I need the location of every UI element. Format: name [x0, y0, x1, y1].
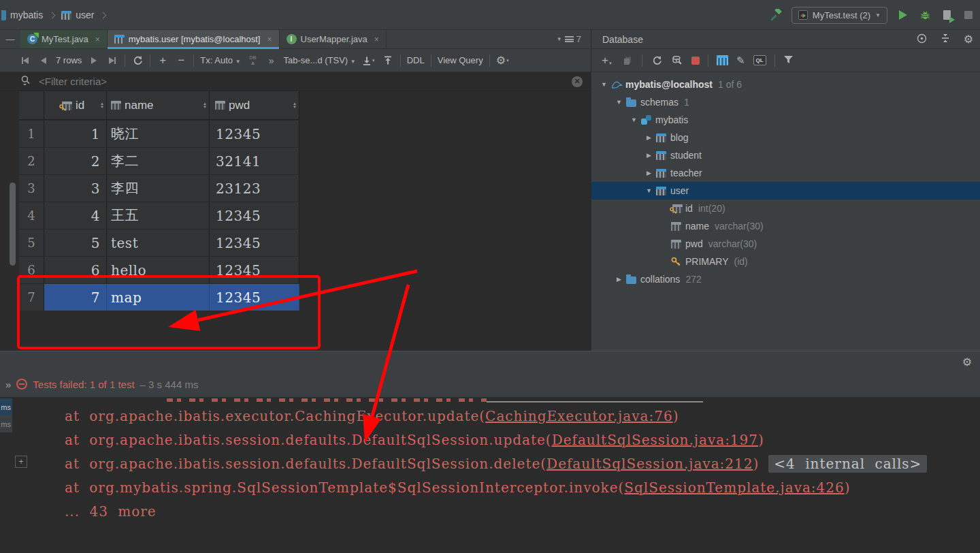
cell-pwd[interactable]: 12345 [210, 284, 299, 311]
vertical-scrollbar[interactable] [10, 183, 16, 266]
cell-pwd[interactable]: 12345 [210, 257, 299, 283]
sort-arrows-icon[interactable]: ▲▼ [100, 102, 104, 109]
view-query-button[interactable]: View Query [438, 55, 483, 65]
row-number[interactable]: 4 [19, 202, 44, 229]
open-table-editor-icon[interactable] [717, 55, 728, 65]
sort-arrows-icon[interactable]: ▲▼ [203, 102, 207, 109]
tree-item-schemas[interactable]: ▼schemas1 [591, 93, 980, 111]
tree-item-mybatis-localhost[interactable]: ▼mybatis@localhost1 of 6 [591, 76, 980, 93]
close-icon[interactable]: × [95, 35, 100, 44]
sort-arrows-icon[interactable]: ▲▼ [293, 102, 297, 109]
tree-item-blog[interactable]: ▶blog [591, 129, 980, 146]
tree-item-user[interactable]: ▼user [591, 182, 980, 200]
submit-to-db-icon[interactable]: DB▲ [247, 53, 259, 68]
add-row-button[interactable]: + [157, 53, 169, 68]
tree-item-primary[interactable]: PRIMARY(id) [591, 253, 980, 270]
stop-button[interactable] [962, 7, 975, 22]
row-number[interactable]: 1 [19, 121, 44, 147]
row-number[interactable]: 2 [19, 148, 44, 174]
column-header-name[interactable]: name ▲▼ [107, 91, 210, 119]
cell-name[interactable]: 李二 [107, 148, 210, 174]
tree-down-arrow-icon[interactable]: ▼ [612, 99, 626, 106]
tree-down-arrow-icon[interactable]: ▼ [597, 81, 611, 88]
tree-item-name[interactable]: namevarchar(30) [591, 217, 980, 235]
duplicate-icon[interactable] [621, 53, 634, 68]
cell-pwd[interactable]: 32141 [210, 148, 299, 174]
table-row[interactable]: 11晓江12345 [19, 120, 299, 147]
gear-icon[interactable]: ⚙ [964, 34, 973, 45]
cell-name[interactable]: map [107, 284, 210, 311]
close-icon[interactable]: × [374, 35, 379, 44]
build-hammer-icon[interactable] [769, 7, 782, 22]
tree-item-student[interactable]: ▶student [591, 146, 980, 164]
add-datasource-button[interactable]: +▼ [601, 53, 613, 68]
row-number[interactable]: 6 [19, 257, 44, 283]
gear-icon[interactable]: ⚙▼ [496, 53, 510, 68]
tab-mytest-java[interactable]: C MyTest.java × [20, 30, 108, 48]
stack-source-link[interactable]: DefaultSqlSession.java:197 [552, 432, 758, 448]
tx-mode-select[interactable]: Tx: Auto ▼ [200, 55, 240, 65]
edit-pencil-icon[interactable]: ✎ [736, 55, 745, 65]
gear-icon[interactable]: ⚙ [962, 357, 972, 368]
tree-item-id[interactable]: idint(20) [591, 200, 980, 217]
run-button[interactable] [897, 7, 909, 22]
table-row[interactable]: 22李二32141 [19, 147, 299, 174]
cell-id[interactable]: 3 [44, 175, 107, 202]
tree-right-arrow-icon[interactable]: ▶ [642, 170, 656, 176]
tree-item-mybatis[interactable]: ▼mybatis [591, 111, 980, 129]
run-configuration-select[interactable]: MyTest.test (2) ▼ [791, 7, 887, 24]
collapse-all-icon[interactable] [941, 33, 950, 45]
tab-mybatis-user[interactable]: mybatis.user [mybatis@localhost] × [108, 30, 280, 48]
hide-panel-icon[interactable]: — [0, 30, 20, 48]
row-number[interactable]: 5 [19, 230, 44, 256]
tree-down-arrow-icon[interactable]: ▼ [627, 116, 641, 123]
more-chevrons-icon[interactable]: » [265, 53, 278, 68]
cell-id[interactable]: 4 [44, 202, 107, 229]
tree-item-collations[interactable]: ▶collations272 [591, 270, 980, 288]
tree-down-arrow-icon[interactable]: ▼ [642, 187, 656, 194]
tree-right-arrow-icon[interactable]: ▶ [612, 276, 626, 283]
previous-page-button[interactable] [37, 53, 50, 68]
cell-id[interactable]: 5 [44, 230, 107, 256]
stack-source-link[interactable]: SqlSessionTemplate.java:426 [624, 479, 844, 496]
close-icon[interactable]: × [267, 35, 272, 44]
test-tree-item-fragment[interactable]: ms [0, 415, 12, 432]
test-tree-item-fragment[interactable]: ms [0, 398, 12, 415]
tree-right-arrow-icon[interactable]: ▶ [642, 152, 656, 159]
cell-pwd[interactable]: 12345 [210, 202, 299, 229]
stack-source-link[interactable]: DefaultSqlSession.java:212 [546, 456, 753, 472]
row-number[interactable]: 7 [19, 284, 44, 311]
row-number[interactable]: 3 [19, 175, 44, 202]
cell-name[interactable]: hello [107, 257, 210, 283]
table-row[interactable]: 66hello12345 [19, 256, 299, 283]
filter-input[interactable]: <Filter criteria> ✕ [0, 72, 591, 91]
cell-name[interactable]: 王五 [107, 202, 210, 229]
cell-pwd[interactable]: 12345 [210, 121, 299, 147]
refresh-icon[interactable] [651, 53, 663, 68]
next-page-button[interactable] [88, 53, 100, 68]
delete-row-button[interactable]: − [175, 53, 187, 68]
cell-pwd[interactable]: 12345 [210, 230, 299, 256]
clear-filter-icon[interactable]: ✕ [572, 76, 583, 87]
fold-expand-icon[interactable]: + [15, 456, 27, 468]
tree-item-teacher[interactable]: ▶teacher [591, 164, 980, 182]
search-icon[interactable] [20, 75, 32, 88]
debug-button[interactable] [919, 7, 931, 22]
tab-usermapper-java[interactable]: I UserMapper.java × [280, 30, 387, 48]
table-row[interactable]: 55test12345 [19, 229, 299, 256]
cell-name[interactable]: 李四 [107, 175, 210, 202]
column-header-id[interactable]: id ▲▼ [44, 91, 107, 119]
cell-id[interactable]: 7 [44, 284, 107, 311]
ddl-button[interactable]: DDL [407, 55, 425, 65]
cell-name[interactable]: test [107, 230, 210, 256]
table-row[interactable]: 44王五12345 [19, 202, 299, 229]
first-page-button[interactable] [19, 53, 31, 68]
cell-id[interactable]: 2 [44, 148, 107, 174]
filter-funnel-icon[interactable] [783, 55, 794, 66]
jump-to-console-icon[interactable]: QL [753, 55, 766, 65]
table-row[interactable]: 77map12345 [19, 283, 299, 311]
breadcrumb-item-user[interactable]: user [76, 10, 94, 20]
expand-chevrons-icon[interactable]: » [5, 379, 11, 390]
run-with-coverage-button[interactable] [941, 7, 953, 22]
export-format-select[interactable]: Tab-se...d (TSV) ▼ [284, 55, 356, 65]
